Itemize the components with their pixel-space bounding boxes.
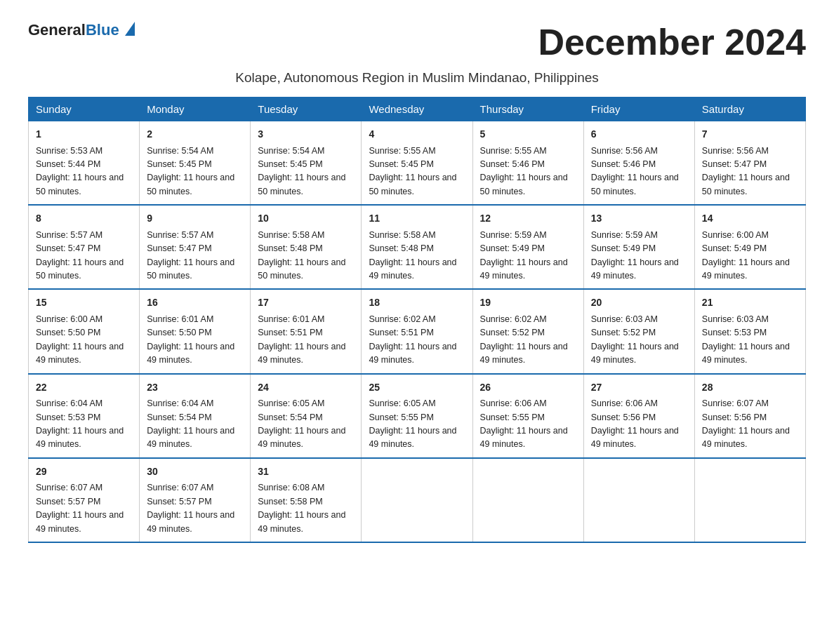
day-number: 19 <box>480 295 576 311</box>
day-number: 9 <box>147 211 243 227</box>
calendar-cell: 26Sunrise: 6:06 AMSunset: 5:55 PMDayligh… <box>472 374 583 458</box>
day-number: 23 <box>147 380 243 396</box>
calendar-cell: 8Sunrise: 5:57 AMSunset: 5:47 PMDaylight… <box>29 205 140 289</box>
calendar-table: Sunday Monday Tuesday Wednesday Thursday… <box>28 97 806 543</box>
logo-blue-text: Blue <box>86 21 119 39</box>
calendar-cell: 12Sunrise: 5:59 AMSunset: 5:49 PMDayligh… <box>472 205 583 289</box>
week-row-4: 22Sunrise: 6:04 AMSunset: 5:53 PMDayligh… <box>29 374 806 458</box>
calendar-cell: 20Sunrise: 6:03 AMSunset: 5:52 PMDayligh… <box>583 289 694 373</box>
day-number: 3 <box>258 127 354 142</box>
week-row-1: 1Sunrise: 5:53 AMSunset: 5:44 PMDaylight… <box>29 121 806 206</box>
calendar-cell: 21Sunrise: 6:03 AMSunset: 5:53 PMDayligh… <box>694 289 805 373</box>
week-row-2: 8Sunrise: 5:57 AMSunset: 5:47 PMDaylight… <box>29 205 806 289</box>
day-number: 17 <box>258 295 354 311</box>
day-number: 30 <box>147 464 243 480</box>
calendar-cell <box>583 458 694 542</box>
day-number: 13 <box>591 211 687 227</box>
calendar-cell: 30Sunrise: 6:07 AMSunset: 5:57 PMDayligh… <box>140 458 251 542</box>
header-wednesday: Wednesday <box>362 98 472 121</box>
calendar-cell: 27Sunrise: 6:06 AMSunset: 5:56 PMDayligh… <box>583 374 694 458</box>
day-number: 25 <box>369 380 465 396</box>
calendar-cell: 15Sunrise: 6:00 AMSunset: 5:50 PMDayligh… <box>29 289 140 373</box>
day-number: 10 <box>258 211 354 227</box>
calendar-cell: 3Sunrise: 5:54 AMSunset: 5:45 PMDaylight… <box>251 121 362 206</box>
week-row-3: 15Sunrise: 6:00 AMSunset: 5:50 PMDayligh… <box>29 289 806 373</box>
header-tuesday: Tuesday <box>251 98 362 121</box>
calendar-cell: 17Sunrise: 6:01 AMSunset: 5:51 PMDayligh… <box>251 289 362 373</box>
logo-general-text: General <box>28 21 86 39</box>
day-number: 12 <box>480 211 576 227</box>
calendar-cell: 1Sunrise: 5:53 AMSunset: 5:44 PMDaylight… <box>29 121 140 206</box>
header-thursday: Thursday <box>472 98 583 121</box>
day-number: 28 <box>702 380 798 396</box>
header: GeneralBlue December 2024 <box>28 21 806 63</box>
calendar-cell: 7Sunrise: 5:56 AMSunset: 5:47 PMDaylight… <box>694 121 805 206</box>
calendar-cell: 2Sunrise: 5:54 AMSunset: 5:45 PMDaylight… <box>140 121 251 206</box>
calendar-cell: 14Sunrise: 6:00 AMSunset: 5:49 PMDayligh… <box>694 205 805 289</box>
day-number: 26 <box>480 380 576 396</box>
calendar-cell: 6Sunrise: 5:56 AMSunset: 5:46 PMDaylight… <box>583 121 694 206</box>
calendar-cell: 16Sunrise: 6:01 AMSunset: 5:50 PMDayligh… <box>140 289 251 373</box>
day-number: 20 <box>591 295 687 311</box>
header-sunday: Sunday <box>29 98 140 121</box>
header-monday: Monday <box>140 98 251 121</box>
calendar-cell: 23Sunrise: 6:04 AMSunset: 5:54 PMDayligh… <box>140 374 251 458</box>
calendar-cell: 13Sunrise: 5:59 AMSunset: 5:49 PMDayligh… <box>583 205 694 289</box>
logo: GeneralBlue <box>28 21 135 39</box>
calendar-header: Sunday Monday Tuesday Wednesday Thursday… <box>29 98 806 121</box>
calendar-cell: 25Sunrise: 6:05 AMSunset: 5:55 PMDayligh… <box>362 374 472 458</box>
day-number: 7 <box>702 127 798 142</box>
day-number: 22 <box>36 380 132 396</box>
calendar-cell: 19Sunrise: 6:02 AMSunset: 5:52 PMDayligh… <box>472 289 583 373</box>
day-number: 1 <box>36 127 132 142</box>
day-number: 2 <box>147 127 243 142</box>
calendar-cell: 22Sunrise: 6:04 AMSunset: 5:53 PMDayligh… <box>29 374 140 458</box>
day-number: 11 <box>369 211 465 227</box>
calendar-cell: 28Sunrise: 6:07 AMSunset: 5:56 PMDayligh… <box>694 374 805 458</box>
calendar-cell <box>694 458 805 542</box>
day-number: 6 <box>591 127 687 142</box>
calendar-cell: 29Sunrise: 6:07 AMSunset: 5:57 PMDayligh… <box>29 458 140 542</box>
calendar-cell: 11Sunrise: 5:58 AMSunset: 5:48 PMDayligh… <box>362 205 472 289</box>
calendar-cell: 9Sunrise: 5:57 AMSunset: 5:47 PMDaylight… <box>140 205 251 289</box>
calendar-cell: 10Sunrise: 5:58 AMSunset: 5:48 PMDayligh… <box>251 205 362 289</box>
month-title: December 2024 <box>538 21 806 63</box>
calendar-cell: 5Sunrise: 5:55 AMSunset: 5:46 PMDaylight… <box>472 121 583 206</box>
calendar-cell <box>472 458 583 542</box>
calendar-body: 1Sunrise: 5:53 AMSunset: 5:44 PMDaylight… <box>29 121 806 542</box>
day-number: 29 <box>36 464 132 480</box>
calendar-cell <box>362 458 472 542</box>
calendar-cell: 31Sunrise: 6:08 AMSunset: 5:58 PMDayligh… <box>251 458 362 542</box>
day-number: 8 <box>36 211 132 227</box>
header-saturday: Saturday <box>694 98 805 121</box>
day-number: 4 <box>369 127 465 142</box>
calendar-cell: 24Sunrise: 6:05 AMSunset: 5:54 PMDayligh… <box>251 374 362 458</box>
header-friday: Friday <box>583 98 694 121</box>
calendar-cell: 18Sunrise: 6:02 AMSunset: 5:51 PMDayligh… <box>362 289 472 373</box>
day-number: 21 <box>702 295 798 311</box>
day-number: 5 <box>480 127 576 142</box>
subtitle: Kolape, Autonomous Region in Muslim Mind… <box>28 70 806 86</box>
day-number: 27 <box>591 380 687 396</box>
calendar-cell: 4Sunrise: 5:55 AMSunset: 5:45 PMDaylight… <box>362 121 472 206</box>
logo-triangle-icon <box>125 22 135 36</box>
day-number: 15 <box>36 295 132 311</box>
day-number: 18 <box>369 295 465 311</box>
day-number: 31 <box>258 464 354 480</box>
week-row-5: 29Sunrise: 6:07 AMSunset: 5:57 PMDayligh… <box>29 458 806 542</box>
day-number: 14 <box>702 211 798 227</box>
day-number: 16 <box>147 295 243 311</box>
day-number: 24 <box>258 380 354 396</box>
days-of-week-row: Sunday Monday Tuesday Wednesday Thursday… <box>29 98 806 121</box>
